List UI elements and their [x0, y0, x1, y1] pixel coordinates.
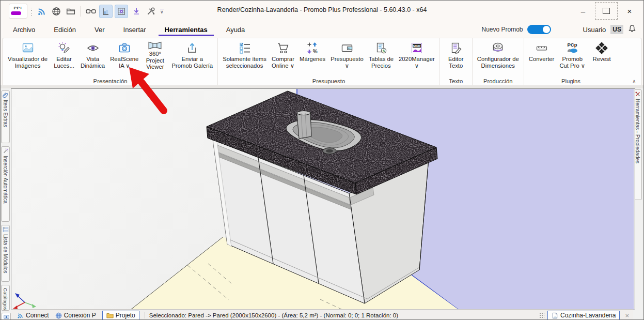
tools-icon[interactable] [145, 5, 157, 18]
viewport-3d[interactable] [11, 88, 635, 310]
nuevo-promob-toggle[interactable] [527, 25, 551, 34]
document-tab-close-icon[interactable]: × [625, 312, 629, 319]
bell-icon[interactable] [628, 24, 636, 35]
magic-wand-icon [3, 148, 9, 154]
ribbon-toolbar: Visualizador de Imágenes Editar Luces...… [3, 38, 641, 86]
document-icon [552, 312, 558, 319]
project-viewer-360-button[interactable]: 360° Project Viewer [141, 39, 169, 71]
quickbar-grip[interactable] [30, 7, 33, 16]
statusbar-grip[interactable] [539, 312, 544, 318]
selected-items-button[interactable]: Solamente ítems seleccionados [220, 39, 269, 70]
sidebar-camera-tab-icon[interactable] [2, 313, 11, 320]
sidebar-tab-insercion-automatica-label: Inserción Automática [3, 156, 8, 204]
ruler-icon [535, 40, 548, 56]
buy-online-button[interactable]: Comprar Online ∨ [269, 39, 297, 70]
menu-ayuda[interactable]: Ayuda [220, 23, 252, 36]
selection-status-text: Seleccionado: Pared -> Pared (2000x150x2… [145, 312, 536, 318]
margins-icon: % [306, 40, 319, 56]
menu-edicion[interactable]: Edición [48, 23, 82, 36]
properties-tools-icon [635, 91, 641, 97]
window-controls: – × [574, 2, 638, 20]
menu-ver[interactable]: Ver [88, 23, 111, 36]
statusbar-connect[interactable]: Connect [17, 312, 49, 319]
sidebar-tab-insercion-automatica[interactable]: Inserción Automática [1, 146, 10, 222]
menu-bar: Archivo Edición Ver Insertar Herramienta… [1, 21, 643, 38]
svg-text:%: % [313, 49, 318, 54]
realscene-ia-label: RealScene IA ∨ [110, 56, 138, 69]
chart-icon[interactable] [99, 5, 113, 18]
user-label[interactable]: Usuario [583, 26, 606, 34]
price-tables-button[interactable]: $ Tablas de Precios [366, 39, 396, 70]
realscene-ia-button[interactable]: RealScene IA ∨ [107, 39, 141, 70]
menu-archivo[interactable]: Archivo [7, 23, 41, 36]
glasses-icon[interactable] [85, 5, 97, 18]
edit-lights-label: Editar Luces... [54, 56, 74, 69]
sidebar-tab-itens-extras[interactable]: Itens Extras [1, 90, 10, 143]
sidebar-tab-catalogos-label: Catálogos [3, 288, 8, 310]
group-label-presentacion: Presentación [5, 78, 215, 86]
text-editor-button[interactable]: Editor Texto [442, 39, 470, 70]
svg-text:MGR: MGR [413, 44, 421, 48]
window-title: Render/Cozinha-Lavanderia - Promob Plus … [217, 6, 427, 13]
sidebar-tab-lista-de-modulos[interactable]: Lista de Módulos [1, 225, 10, 282]
text-editor-icon [449, 40, 463, 56]
sidebar-tab-herramientas-propiedades-label: Herramientas - Propiedades [635, 99, 640, 163]
image-viewer-button[interactable]: Visualizador de Imágenes [5, 39, 50, 70]
maximize-button[interactable] [595, 2, 618, 20]
mgr-icon: MGR [410, 40, 423, 56]
realscene-camera-icon [118, 40, 131, 56]
globe-status-icon [55, 312, 62, 319]
nuevo-promob-label: Nuevo Promob [481, 26, 523, 33]
document-tab-cozinha-lavanderia[interactable]: Cozinha-Lavanderia [547, 311, 620, 320]
minimize-button[interactable]: – [574, 3, 592, 19]
converter-label: Converter [529, 56, 555, 63]
maximize-icon [603, 8, 610, 14]
send-gallery-button[interactable]: Enviar a Promob Galería [169, 39, 215, 70]
user-initials-badge[interactable]: US [610, 25, 623, 34]
manager-2020-label: 2020Manager ∨ [399, 56, 435, 69]
folder-icon[interactable] [65, 5, 77, 18]
toggle-knob [543, 26, 550, 33]
margins-label: Márgenes [300, 56, 325, 63]
group-label-plugins: Plugins [526, 78, 616, 86]
ribbon-collapse-chevron-icon[interactable]: ∧ [629, 79, 641, 86]
dynamic-view-button[interactable]: Vista Dinámica [78, 39, 107, 70]
promob-logo[interactable]: PP+ [9, 4, 27, 19]
selected-items-label: Solamente ítems seleccionados [223, 56, 266, 69]
dynamic-view-eye-icon [86, 40, 100, 56]
upload-gallery-icon [185, 40, 199, 56]
statusbar-conexion[interactable]: Conexión P [55, 312, 96, 319]
download-icon[interactable] [130, 5, 143, 18]
margins-button[interactable]: % Márgenes [297, 39, 328, 64]
menu-herramientas[interactable]: Herramientas [159, 23, 214, 36]
pcp-icon: PCp [566, 40, 579, 56]
ribbon-group-produccion: Configurador de Dimensiones Producción [473, 38, 524, 86]
sidebar-tab-itens-extras-label: Itens Extras [3, 100, 8, 127]
cart-icon [276, 40, 290, 56]
render-settings-icon[interactable] [115, 5, 128, 18]
presupuesto-button[interactable]: Presupuesto ∨ [328, 39, 366, 70]
manager-2020-button[interactable]: MGR 2020Manager ∨ [396, 39, 437, 70]
menu-insertar[interactable]: Insertar [117, 23, 152, 36]
revest-button[interactable]: Revest [588, 39, 616, 64]
sidebar-tab-catalogos[interactable]: Catálogos [1, 285, 10, 311]
left-sidebar-strip: Itens Extras Inserción Automática Lista … [1, 88, 11, 319]
image-viewer-label: Visualizador de Imágenes [8, 56, 48, 69]
quickbar-separator [81, 6, 81, 17]
project-folder-icon [106, 312, 114, 318]
more-options-icon[interactable]: ∨ [160, 9, 164, 14]
promob-cut-pro-button[interactable]: PCp Promob Cut Pro ∨ [557, 39, 588, 70]
checklist-icon [238, 40, 252, 56]
close-button[interactable]: × [621, 3, 638, 19]
statusbar-projeto-tab[interactable]: Projeto [102, 311, 139, 320]
dimension-config-button[interactable]: Configurador de Dimensiones [475, 39, 522, 70]
ribbon-group-presentacion: Visualizador de Imágenes Editar Luces...… [3, 38, 218, 86]
rss-icon[interactable] [36, 5, 48, 18]
text-editor-label: Editor Texto [448, 56, 464, 69]
quick-access-toolbar: ∨ [36, 5, 164, 18]
edit-lights-button[interactable]: Editar Luces... [50, 39, 78, 70]
promob-logo-text: PP+ [9, 6, 27, 10]
globe-icon[interactable] [50, 5, 62, 18]
converter-button[interactable]: Converter [526, 39, 557, 64]
presupuesto-label: Presupuesto ∨ [331, 56, 363, 69]
